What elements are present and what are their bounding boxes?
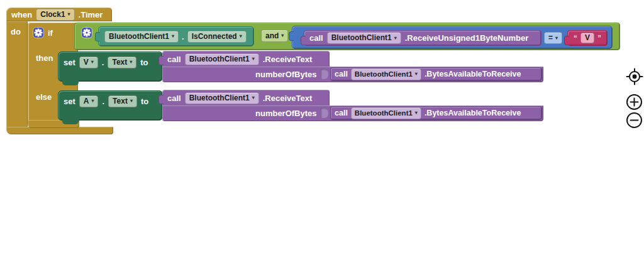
then-label: then xyxy=(36,53,53,63)
call-keyword: call xyxy=(335,70,348,78)
isconnected-getter-block[interactable]: BluetoothClient1 ▾ . IsConnected ▾ xyxy=(98,26,254,46)
chevron-down-icon: ▾ xyxy=(555,36,558,41)
param-socket xyxy=(321,108,328,118)
if-mutator-gear-icon[interactable] xyxy=(33,27,44,38)
text-value-field[interactable]: V xyxy=(580,33,594,43)
component-dropdown-bluetoothclient1[interactable]: BluetoothClient1 ▾ xyxy=(185,92,259,104)
call-keyword: call xyxy=(335,109,348,117)
chevron-down-icon: ▾ xyxy=(252,95,255,100)
minus-circle-icon xyxy=(626,112,643,129)
close-quote: ” xyxy=(597,34,601,43)
zoom-out-button[interactable] xyxy=(626,112,643,129)
set-a-text-block[interactable]: set A ▾ . Text ▾ to xyxy=(58,90,163,121)
blocks-canvas: when Clock1 ▾ .Timer do if then else xyxy=(0,0,644,253)
component-dropdown-bluetoothclient1[interactable]: BluetoothClient1 ▾ xyxy=(185,53,259,65)
chevron-down-icon: ▾ xyxy=(252,57,255,62)
when-event-block-header[interactable]: when Clock1 ▾ .Timer xyxy=(6,8,112,21)
do-label: do xyxy=(11,27,21,36)
chevron-down-icon: ▾ xyxy=(130,60,132,65)
chevron-down-icon: ▾ xyxy=(415,110,418,116)
receivetext-call-block[interactable]: call BluetoothClient1 ▾ .ReceiveText xyxy=(162,51,330,67)
receivetext-call-block-params[interactable]: numberOfBytes call BluetoothClient1 ▾ .B… xyxy=(162,105,543,121)
else-label: else xyxy=(36,92,52,102)
and-mutator-gear-icon[interactable] xyxy=(81,27,92,38)
and-logic-block[interactable]: BluetoothClient1 ▾ . IsConnected ▾ and ▾… xyxy=(74,23,620,50)
set-v-text-block[interactable]: set V ▾ . Text ▾ to xyxy=(58,51,163,82)
method-name-label: .ReceiveText xyxy=(263,55,313,64)
chevron-down-icon: ▾ xyxy=(172,34,174,39)
call-keyword: call xyxy=(167,55,181,64)
chevron-down-icon: ▾ xyxy=(394,36,397,41)
dot-separator: . xyxy=(102,97,104,106)
method-name-label: .ReceiveText xyxy=(263,94,313,103)
method-name-label: .BytesAvailableToReceive xyxy=(425,70,521,78)
chevron-down-icon: ▾ xyxy=(130,99,133,104)
numberofbytes-param-label: numberOfBytes xyxy=(255,109,317,118)
method-name-label: .BytesAvailableToReceive xyxy=(425,109,521,117)
dot-separator: . xyxy=(102,58,104,67)
equals-comparison-block[interactable]: call BluetoothClient1 ▾ .ReceiveUnsigned… xyxy=(292,26,613,49)
set-keyword: set xyxy=(64,58,75,67)
component-dropdown-bluetoothclient1[interactable]: BluetoothClient1 ▾ xyxy=(351,68,421,80)
variable-dropdown-a[interactable]: A ▾ xyxy=(79,95,99,107)
bytesavailable-call-block[interactable]: call BluetoothClient1 ▾ .BytesAvailableT… xyxy=(330,106,542,120)
call-keyword: call xyxy=(167,94,181,103)
component-dropdown-clock1[interactable]: Clock1 ▾ xyxy=(36,9,74,21)
to-keyword: to xyxy=(140,58,148,67)
receivetext-call-block[interactable]: call BluetoothClient1 ▾ .ReceiveText xyxy=(162,90,330,106)
dot-separator: . xyxy=(182,32,184,41)
when-keyword: when xyxy=(11,10,32,19)
chevron-down-icon: ▾ xyxy=(240,34,242,39)
param-socket xyxy=(321,69,328,79)
text-string-block[interactable]: “ V ” xyxy=(567,30,608,46)
chevron-down-icon: ▾ xyxy=(68,12,70,17)
if-label: if xyxy=(48,28,53,38)
property-dropdown-text[interactable]: Text ▾ xyxy=(108,95,137,107)
variable-dropdown-v[interactable]: V ▾ xyxy=(79,57,98,68)
property-dropdown-isconnected[interactable]: IsConnected ▾ xyxy=(187,31,247,43)
and-operator-dropdown[interactable]: and ▾ xyxy=(261,30,288,42)
open-quote: “ xyxy=(574,34,577,43)
equals-operator-dropdown[interactable]: = ▾ xyxy=(544,32,562,44)
chevron-down-icon: ▾ xyxy=(91,99,94,104)
when-block-spine[interactable] xyxy=(6,21,28,128)
event-name-label: .Timer xyxy=(79,10,103,19)
to-keyword: to xyxy=(141,97,148,106)
zoom-in-button[interactable] xyxy=(626,94,643,110)
numberofbytes-param-label: numberOfBytes xyxy=(255,70,317,79)
set-keyword: set xyxy=(64,97,75,106)
bytesavailable-call-block[interactable]: call BluetoothClient1 ▾ .BytesAvailableT… xyxy=(330,67,542,81)
component-dropdown-bluetoothclient1[interactable]: BluetoothClient1 ▾ xyxy=(104,31,179,43)
component-dropdown-bluetoothclient1[interactable]: BluetoothClient1 ▾ xyxy=(327,32,401,44)
receivetext-call-block-params[interactable]: numberOfBytes call BluetoothClient1 ▾ .B… xyxy=(162,67,543,82)
zoom-recenter-button[interactable] xyxy=(625,67,644,86)
chevron-down-icon: ▾ xyxy=(91,60,94,65)
chevron-down-icon: ▾ xyxy=(415,72,418,77)
crosshair-target-icon xyxy=(625,67,644,86)
plus-circle-icon xyxy=(626,94,643,110)
method-name-label: .ReceiveUnsigned1ByteNumber xyxy=(405,33,529,43)
component-dropdown-bluetoothclient1[interactable]: BluetoothClient1 ▾ xyxy=(351,107,421,119)
chevron-down-icon: ▾ xyxy=(281,33,284,38)
call-keyword: call xyxy=(309,33,323,43)
receive-unsigned-call-block[interactable]: call BluetoothClient1 ▾ .ReceiveUnsigned… xyxy=(304,30,541,46)
property-dropdown-text[interactable]: Text ▾ xyxy=(108,57,136,68)
